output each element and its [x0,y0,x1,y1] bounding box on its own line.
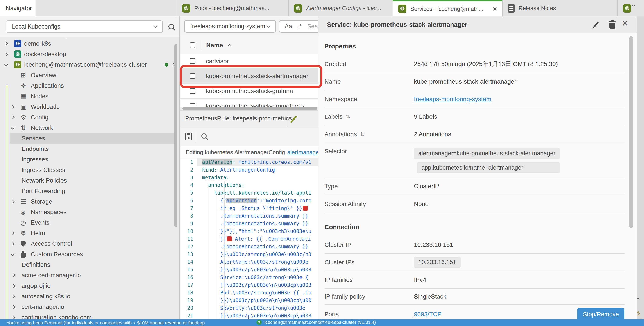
sidebar-item-icecheng-mathmast-com-freeleaps-cluster[interactable]: ☸icecheng@mathmast.com@freeleaps-cluster [0,60,180,70]
events-icon: ◷ [20,220,26,226]
sort-asc-icon[interactable] [228,44,232,48]
sidebar-item-autoscaling-k8s-io[interactable]: autoscaling.k8s.io [0,291,180,302]
tab-services-active[interactable]: ☸ Services - icecheng@math... × [393,0,502,16]
match-case-icon[interactable]: Aa [285,23,292,30]
kubeconfig-select[interactable]: Local Kubeconfigs [6,20,163,33]
document-icon [508,4,514,12]
sidebar-item-label: Workloads [31,103,60,110]
line-number: 11 [180,235,197,243]
sidebar-item-label: Config [31,114,48,121]
sidebar-item-nodes[interactable]: ▤Nodes [0,91,180,102]
sidebar-item-docker-desktop[interactable]: ☸docker-desktop [0,49,180,60]
sidebar-item-cert-manager-io[interactable]: cert-manager.io [0,302,180,312]
cluster-status-icon[interactable]: ☸ [257,320,262,325]
sidebar-item-namespaces[interactable]: ◈Namespaces [0,207,180,218]
sidebar-item-ingresses[interactable]: Ingresses [0,154,180,165]
chevron-right-icon[interactable] [11,232,15,235]
sidebar-item-endpoints[interactable]: Endpoints [0,144,180,154]
row-checkbox[interactable] [190,58,196,64]
namespace-select-value: freeleaps-monitoring-system [190,23,265,30]
navigator-title: Navigator [6,5,32,12]
chevron-right-icon[interactable] [12,295,16,298]
line-number: 2 [180,166,197,174]
sidebar-item-applications[interactable]: ❖Applications [0,80,180,91]
sidebar-item-helm[interactable]: ☸Helm [0,228,180,238]
chevron-down-icon[interactable] [11,126,15,130]
property-value: 10.233.16.151 [414,241,453,248]
sidebar-scrollbar[interactable] [174,44,177,227]
sidebar-item-network-policies[interactable]: Network Policies [0,175,180,186]
panel-body: Properties Created 254d 17h 50m ago (202… [318,33,637,320]
horizontal-scrollbar-thumb[interactable] [182,107,318,110]
sidebar-item-workloads[interactable]: ▣Workloads [0,102,180,112]
sidebar-item-network[interactable]: ⇅Network [0,123,180,133]
sidebar-item-argoproj-io[interactable]: argoproj.io [0,280,180,291]
sidebar-item-storage[interactable]: ☰Storage [0,196,180,207]
expand-toggle-icon[interactable]: ⇅ [346,114,350,120]
chevron-right-icon[interactable] [11,242,15,246]
sidebar-item-config[interactable]: ⚙Config [0,112,180,123]
sidebar-item-definitions[interactable]: Definitions [0,260,180,270]
sidebar-item-custom-resources[interactable]: Custom Resources [0,249,180,260]
chevron-right-icon[interactable] [12,305,16,309]
sidebar-item-demo-k8s[interactable]: ☸demo-k8s [0,38,180,49]
search-icon[interactable] [168,24,174,29]
stop-remove-button[interactable]: Stop/Remove [577,308,624,320]
sidebar-item-overview[interactable]: ⊞Overview [0,70,180,80]
chevron-right-icon[interactable] [11,200,15,204]
tab-close-icon[interactable]: × [493,4,497,13]
sidebar-item-label: Access Control [31,240,72,247]
chevron-right-icon[interactable] [11,116,15,119]
namespace-link[interactable]: freeleaps-monitoring-system [414,96,491,103]
sidebar-tree: g ☸demo-k8s☸docker-desktop☸icecheng@math… [0,37,180,320]
sidebar-item-label: Helm [31,230,45,237]
sidebar-item-ingress-classes[interactable]: Ingress Classes [0,165,180,175]
chevron-right-icon[interactable] [4,52,8,56]
property-value: 9 Labels [414,113,437,120]
sidebar-item-acme-cert-manager-io[interactable]: acme.cert-manager.io [0,270,180,280]
license-text: You're using Lens Personal (for individu… [6,320,205,326]
delete-icon[interactable] [609,22,615,29]
close-icon[interactable]: × [622,17,628,29]
sidebar-item-label: acme.cert-manager.io [22,272,81,279]
panel-scrollbar[interactable] [629,36,633,228]
property-label: Labels [324,113,342,120]
tab-release-notes[interactable]: Release Notes [502,0,618,16]
property-row-selector: Selector alertmanager=kube-prometheus-st… [324,143,624,178]
editing-resource-link[interactable]: alertmanager [287,149,321,156]
service-details-panel: Service: kube-prometheus-stack-alertmana… [318,16,637,320]
edit-icon[interactable] [593,22,599,28]
sidebar-item-label: docker-desktop [24,51,66,58]
puzzle-icon [20,252,26,258]
property-label: Created [324,60,346,68]
row-checkbox[interactable] [190,103,196,107]
expand-toggle-icon[interactable]: ⇅ [360,131,364,137]
sidebar-item-configuration-konghq-com[interactable]: configuration.konghq.com [0,312,180,320]
sidebar-item-events[interactable]: ◷Events [0,218,180,228]
chevron-right-icon[interactable] [12,316,16,320]
select-all-checkbox[interactable] [190,42,196,48]
sidebar-item-port-forwarding[interactable]: Port Forwarding [0,186,180,196]
line-number: 15 [180,266,197,274]
chevron-right-icon[interactable] [11,105,15,109]
chevron-right-icon[interactable] [12,274,16,277]
port-link[interactable]: 9093/TCP [414,311,442,318]
chevron-down-icon[interactable] [4,63,8,67]
search-icon[interactable] [201,134,206,139]
chevron-down-icon[interactable] [11,252,15,256]
save-icon[interactable] [185,132,192,140]
edit-icon[interactable] [292,116,297,122]
column-name[interactable]: Name [206,42,223,49]
regex-icon[interactable]: .* [298,23,302,30]
sidebar-item-access-control[interactable]: Access Control [0,238,180,249]
sidebar-item-services[interactable]: Services [0,133,180,144]
chevron-right-icon[interactable] [12,284,16,288]
namespace-select[interactable]: freeleaps-monitoring-system [184,20,276,33]
cluster-status-text[interactable]: icecheng@mathmast.com@freeleaps-cluster … [264,320,376,325]
tab-partial[interactable]: ☸ [618,0,644,16]
tab-pods[interactable]: ☸ Pods - icecheng@mathmas... [176,0,288,16]
property-label: Namespace [324,96,357,103]
row-checkbox[interactable] [190,88,196,94]
tab-alertmanager-configs[interactable]: ☸ Alertmanager Configs - icec... [288,0,393,16]
chevron-right-icon[interactable] [4,42,8,46]
